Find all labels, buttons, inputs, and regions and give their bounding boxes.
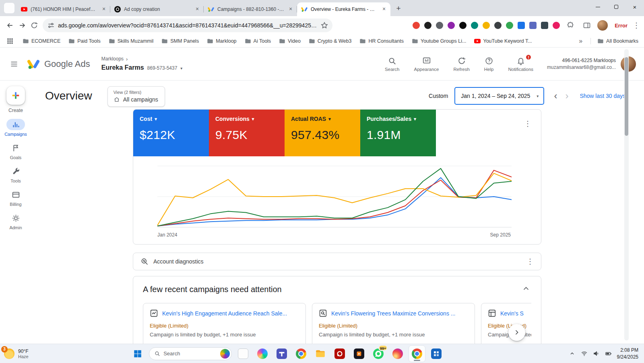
tab-search-button[interactable] (4, 3, 14, 13)
tab-close-icon[interactable]: × (101, 6, 107, 12)
scrollbar-thumb[interactable] (625, 57, 628, 136)
bookmark-folder[interactable]: Markloop (207, 38, 236, 44)
tab-close-icon[interactable]: × (381, 6, 387, 12)
battery-icon[interactable] (605, 350, 612, 357)
taskbar-app-window[interactable] (235, 346, 251, 362)
account-selector[interactable]: Markloops › Eureka Farms 869-573-5437 ▾ (101, 56, 183, 72)
campaign-filter-chip[interactable]: View (2 filters) All campaigns (107, 86, 165, 107)
extension-icon[interactable] (506, 22, 513, 29)
campaign-link[interactable]: Kevin's S (500, 310, 524, 317)
extension-icon[interactable] (483, 22, 490, 29)
back-icon[interactable] (4, 19, 16, 31)
taskbar-search[interactable]: Search (149, 347, 232, 360)
taskbar-clock[interactable]: 2:08 PM 9/24/2025 (617, 347, 638, 360)
campaign-card-2[interactable]: Kevin's Flowering Trees Maximize Convers… (312, 303, 475, 344)
profile-avatar[interactable] (597, 20, 608, 31)
header-notifications-button[interactable]: ! Notifications (508, 56, 533, 72)
sidebar-item-goals[interactable]: Goals (1, 142, 30, 160)
browser-tab-overview-active[interactable]: Overview - Eureka Farms - Goo × (297, 2, 390, 16)
account-diagnostics-card[interactable]: Account diagnostics ⋮ (133, 253, 541, 270)
extension-icon[interactable] (518, 22, 525, 29)
taskbar-app-acrobat[interactable] (332, 346, 348, 362)
taskbar-app-photos[interactable] (428, 346, 444, 362)
metric-card-actual-roas[interactable]: Actual ROAS▾ 957.43% (285, 110, 360, 156)
header-help-button[interactable]: Help (484, 56, 494, 72)
date-prev-button[interactable]: ‹ (554, 91, 557, 101)
start-button[interactable] (130, 346, 146, 362)
chart-menu-kebab-icon[interactable]: ⋮ (524, 120, 531, 127)
campaign-card-1[interactable]: Kevin's High Engagement Audience Reach S… (143, 303, 306, 344)
campaign-link[interactable]: Kevin's Flowering Trees Maximize Convers… (331, 310, 455, 317)
reload-icon[interactable] (28, 19, 40, 31)
collapse-chevron-icon[interactable] (522, 284, 531, 294)
extension-icon[interactable] (494, 22, 502, 29)
bookmark-folder[interactable]: Youtube Groups Li... (412, 38, 466, 44)
bookmark-star-icon[interactable] (320, 19, 329, 31)
bookmark-folder[interactable]: Crypto & Web3 (309, 38, 352, 44)
taskbar-app-lens[interactable] (390, 346, 406, 362)
sidebar-item-billing[interactable]: Billing (1, 189, 30, 207)
extension-icon[interactable] (424, 22, 431, 29)
date-next-button[interactable]: › (565, 91, 568, 101)
weather-widget[interactable]: 3 90°F Haze (4, 348, 68, 359)
taskbar-app-teams[interactable] (274, 346, 290, 362)
extension-icon[interactable] (448, 22, 455, 29)
extension-icon[interactable] (436, 22, 443, 29)
bookmarks-overflow-icon[interactable]: » (579, 37, 582, 45)
hamburger-menu-icon[interactable] (8, 58, 20, 70)
page-scrollbar[interactable] (624, 49, 629, 340)
browser-tab-ad-copy[interactable]: Ad copy creation × (110, 2, 204, 16)
header-search-button[interactable]: Search (385, 56, 399, 72)
bookmark-folder[interactable]: HR Consultants (359, 38, 404, 44)
google-ads-logo[interactable]: Google Ads (27, 58, 90, 70)
extension-icon[interactable] (471, 22, 478, 29)
sidebar-item-admin[interactable]: Admin (1, 212, 30, 230)
extension-icon[interactable] (541, 22, 548, 29)
volume-icon[interactable] (593, 350, 600, 357)
bookmark-youtube[interactable]: YouTube Keyword T... (474, 38, 532, 44)
campaign-card-3[interactable]: Kevin's S Eligible (Limited) Campaign is… (481, 303, 531, 344)
taskbar-app-copilot[interactable] (254, 346, 270, 362)
apps-grid-icon[interactable] (6, 37, 14, 46)
sidebar-item-tools[interactable]: Tools (1, 166, 30, 183)
extensions-puzzle-icon[interactable] (564, 19, 576, 31)
bookmark-folder[interactable]: Ai Tools (245, 38, 271, 44)
taskbar-app-whatsapp[interactable]: 99+ (370, 346, 386, 362)
extension-icon[interactable] (413, 22, 420, 29)
minimize-button[interactable] (588, 0, 607, 14)
sidebar-item-campaigns[interactable]: Campaigns (1, 119, 30, 137)
taskbar-app-chrome-active[interactable] (409, 346, 425, 362)
extension-icon[interactable] (459, 22, 466, 29)
bookmark-folder[interactable]: Skills Muzammil (109, 38, 154, 44)
wifi-icon[interactable] (581, 350, 588, 357)
diagnostics-kebab-icon[interactable]: ⋮ (526, 258, 534, 265)
side-panel-icon[interactable] (581, 19, 593, 31)
bookmark-folder[interactable]: SMM Panels (161, 38, 199, 44)
site-info-icon[interactable] (47, 19, 56, 31)
create-button[interactable]: Create (6, 86, 25, 113)
forward-icon[interactable] (16, 19, 28, 31)
header-refresh-button[interactable]: Refresh (454, 56, 470, 72)
all-bookmarks[interactable]: All Bookmarks (590, 38, 638, 44)
header-appearance-button[interactable]: Appearance (414, 56, 439, 72)
tray-chevron-up-icon[interactable] (569, 350, 576, 357)
bookmark-folder[interactable]: Paid Tools (68, 38, 100, 44)
metric-card-purchases-sales[interactable]: Purchases/Sales▾ 1.91M (360, 110, 436, 156)
metric-card-cost[interactable]: Cost▾ $212K (133, 110, 209, 156)
chrome-menu-kebab-icon[interactable]: ⋮ (633, 22, 640, 29)
extension-icon[interactable] (553, 22, 560, 29)
new-tab-button[interactable]: + (393, 3, 404, 14)
bookmark-folder[interactable]: ECOMERCE (23, 38, 60, 44)
taskbar-app-file-explorer[interactable] (312, 346, 328, 362)
metric-card-conversions[interactable]: Conversions▾ 9.75K (209, 110, 285, 156)
extension-icon[interactable] (529, 22, 537, 29)
browser-tab-youtube[interactable]: (761) HONOR HIM | Peaceful Pi × (17, 2, 110, 16)
show-last-30-days-link[interactable]: Show last 30 days (580, 93, 625, 99)
bookmark-folder[interactable]: Video (279, 38, 301, 44)
taskbar-app-chrome[interactable] (293, 346, 309, 362)
campaign-link[interactable]: Kevin's High Engagement Audience Reach S… (162, 310, 287, 317)
date-range-selector[interactable]: Jan 1, 2024 – Sep 24, 2025 ▾ (454, 87, 544, 105)
carousel-next-button[interactable] (508, 324, 525, 341)
close-button[interactable]: × (625, 0, 644, 14)
url-bar[interactable]: ads.google.com/aw/overview?ocid=87614374… (43, 19, 332, 32)
